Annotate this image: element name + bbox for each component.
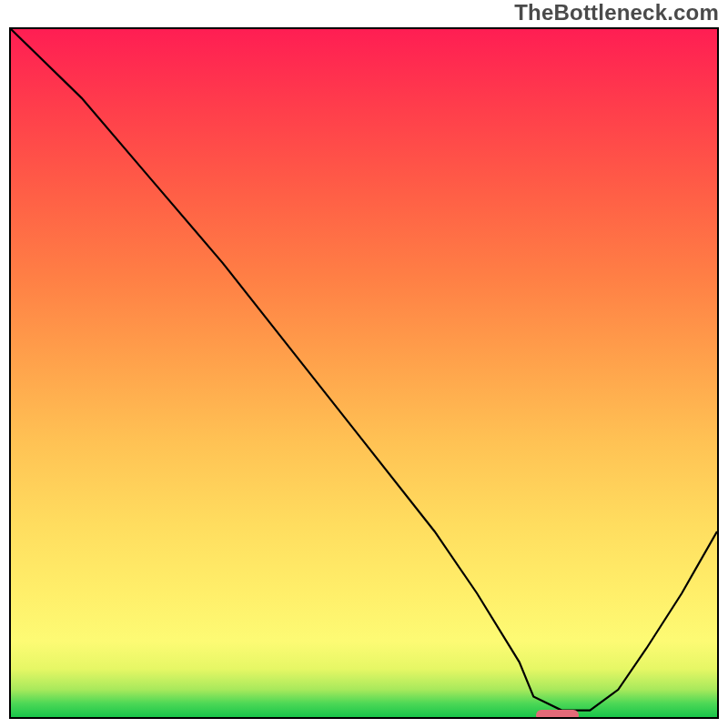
bottleneck-curve — [11, 29, 717, 711]
plot-area — [9, 27, 719, 719]
chart-container: TheBottleneck.com — [0, 0, 728, 728]
watermark-label: TheBottleneck.com — [514, 0, 719, 25]
optimal-range-marker — [536, 710, 579, 719]
curve-svg — [11, 29, 717, 717]
